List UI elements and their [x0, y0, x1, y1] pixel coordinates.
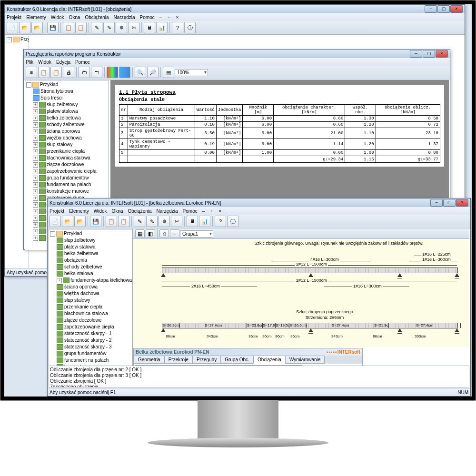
tree-node[interactable]: +fundament na palach — [26, 181, 108, 188]
open-icon[interactable]: 📂 — [62, 216, 73, 227]
page-icon[interactable]: ▤ — [163, 67, 174, 78]
info-icon[interactable]: ⓘ — [184, 22, 196, 33]
tree-node[interactable]: stateczność skarpy - 2 — [50, 337, 131, 344]
tree-node[interactable]: stateczność skarpy - 1 — [50, 330, 131, 337]
zoom-in-icon[interactable]: 🔍 — [135, 67, 146, 78]
minimize-button[interactable]: – — [410, 50, 422, 58]
tree-node[interactable]: +słup stalowy — [26, 141, 108, 148]
tree-node[interactable]: Spis treści — [26, 95, 108, 101]
new-icon[interactable]: 📄 — [7, 22, 18, 33]
maximize-button[interactable]: ▢ — [437, 5, 450, 13]
open2-icon[interactable]: 📂 — [74, 216, 86, 227]
tree-node[interactable]: więźba dachowa — [50, 290, 131, 297]
tool-icon[interactable]: ✎ — [103, 22, 115, 33]
mdi-min-icon[interactable]: – — [159, 15, 162, 20]
tree-node[interactable]: Przykład — [20, 37, 29, 42]
menu-item[interactable]: Widok — [51, 15, 64, 20]
panel-tab[interactable]: Wymiarowanie — [285, 356, 325, 364]
panel-tab[interactable]: Przekroje — [164, 356, 193, 364]
colors-icon[interactable] — [107, 67, 118, 78]
tree-node[interactable]: Strona tytułowa — [26, 88, 108, 95]
mdi-close-icon[interactable]: × — [176, 15, 178, 20]
tree-node[interactable]: płatew stalowa — [50, 244, 131, 250]
menu-item[interactable]: Projekt — [7, 15, 21, 20]
tree-3[interactable]: -Przykładsłup żelbetowypłatew stalowabel… — [49, 229, 132, 369]
tree-node[interactable]: zapotrzebowanie ciepła — [50, 324, 131, 330]
tree-node[interactable]: słup stalowy — [50, 297, 131, 304]
tree-node[interactable]: belka żelbetowa — [50, 250, 131, 257]
calc-icon[interactable]: 🖩 — [144, 22, 155, 33]
tree-node[interactable]: +grupa fundamentów — [26, 175, 108, 181]
tree-node[interactable]: +konstrukcje murowe — [26, 188, 108, 195]
tree-node[interactable]: słup żelbetowy — [50, 237, 131, 244]
drawing-area[interactable]: Szkic zbrojenia głównego. Uwaga: Rysunek… — [133, 239, 469, 347]
tree-node[interactable]: -Przykład — [26, 81, 108, 88]
report-icon[interactable]: 📊 — [156, 22, 168, 33]
menu-item[interactable]: Plik — [26, 60, 33, 65]
tool-icon[interactable]: 📋 — [75, 22, 87, 33]
tree-node[interactable]: +fundamenty-stopa kielichowa — [50, 277, 131, 284]
maximize-button[interactable]: ▢ — [443, 199, 456, 207]
close-button[interactable]: × — [456, 199, 468, 207]
tree-node[interactable]: +schody żelbetowe — [26, 121, 108, 128]
close-button[interactable]: × — [436, 50, 448, 58]
menu-item[interactable]: Pomoc — [183, 208, 198, 214]
menu-item[interactable]: Okna — [112, 208, 123, 214]
tree-node[interactable]: ściana oporowa — [50, 284, 131, 290]
view-icon[interactable]: ◧ — [146, 229, 155, 238]
print-icon[interactable]: 🖨 — [63, 67, 74, 78]
mdi-close-icon[interactable]: × — [218, 208, 221, 214]
open-icon[interactable]: 📂 — [19, 22, 30, 33]
menu-item[interactable]: Elementy — [69, 208, 89, 214]
new-icon[interactable]: 📄 — [50, 216, 61, 227]
tree-node[interactable]: obciążenia — [50, 257, 131, 264]
panel-tab[interactable]: Przeguby — [192, 356, 221, 364]
maximize-button[interactable]: ▢ — [423, 50, 435, 58]
tree-node[interactable]: +zapotrzebowanie ciepła — [26, 168, 108, 175]
tree-node[interactable]: blachownica stalowa — [50, 310, 131, 317]
info-icon[interactable]: ⓘ — [227, 216, 238, 227]
log-panel[interactable]: Obliczanie zbrojenia dla przęsła nr: 2 [… — [49, 366, 469, 387]
mdi-restore-icon[interactable]: ▫ — [211, 208, 213, 214]
tool-icon[interactable]: ✄ — [171, 216, 182, 227]
tree-node[interactable]: +ściana oporowa — [26, 128, 108, 135]
save-icon[interactable]: 💾 — [90, 216, 101, 227]
tree-node[interactable]: +płatew stalowa — [26, 108, 108, 115]
tool-icon[interactable]: 🗀 — [91, 67, 102, 78]
mdi-restore-icon[interactable]: ▫ — [168, 15, 170, 20]
open2-icon[interactable]: 📂 — [31, 22, 43, 33]
tool-icon[interactable]: ✵ — [159, 216, 170, 227]
menu-item[interactable]: Narzędzia — [157, 208, 178, 214]
tool-icon[interactable]: ✎ — [134, 216, 145, 227]
help-icon[interactable]: ? — [215, 216, 226, 227]
tree-node[interactable]: stateczność skarpy - 3 — [50, 344, 131, 350]
tree-node[interactable]: +więźba dachowa — [26, 135, 108, 141]
tool-icon[interactable]: ✄ — [128, 22, 139, 33]
tool-icon[interactable]: 🗀 — [79, 67, 90, 78]
tool-icon[interactable]: 📋 — [106, 216, 117, 227]
tree-node[interactable]: złącze doczołowe — [50, 317, 131, 324]
close-button[interactable]: × — [450, 5, 463, 13]
group-combo[interactable]: Grupa1 — [180, 230, 213, 238]
tree-node[interactable]: +blachownica stalowa — [26, 155, 108, 161]
tool-icon[interactable]: 📋 — [50, 67, 62, 78]
menu-item[interactable]: Projekt — [50, 208, 64, 214]
tree-node[interactable]: belka stalowa — [50, 270, 131, 277]
tool-icon[interactable]: 📋 — [63, 22, 74, 33]
menu-item[interactable]: Narzędzia — [114, 15, 135, 20]
view-icon[interactable]: ▦ — [135, 229, 145, 238]
zoom-out-icon[interactable]: 🔎 — [147, 67, 159, 78]
save-icon[interactable]: 💾 — [47, 22, 59, 33]
zoom-combo[interactable]: 100% — [175, 69, 208, 76]
tool-icon[interactable]: ✎ — [91, 22, 102, 33]
tool-icon[interactable]: ✎ — [146, 216, 158, 227]
report-icon[interactable]: 📊 — [199, 216, 210, 227]
menu-item[interactable]: Edycja — [56, 60, 70, 65]
tree-node[interactable]: schody żelbetowe — [50, 264, 131, 270]
menu-item[interactable]: Pomoc — [75, 60, 90, 65]
tool-icon[interactable]: ✵ — [116, 22, 127, 33]
tree-node[interactable]: przenikanie ciepła — [50, 304, 131, 310]
tree-node[interactable]: +złącze doczołowe — [26, 161, 108, 168]
minimize-button[interactable]: – — [430, 199, 443, 207]
panel-tab[interactable]: Obciążenia — [253, 356, 286, 364]
